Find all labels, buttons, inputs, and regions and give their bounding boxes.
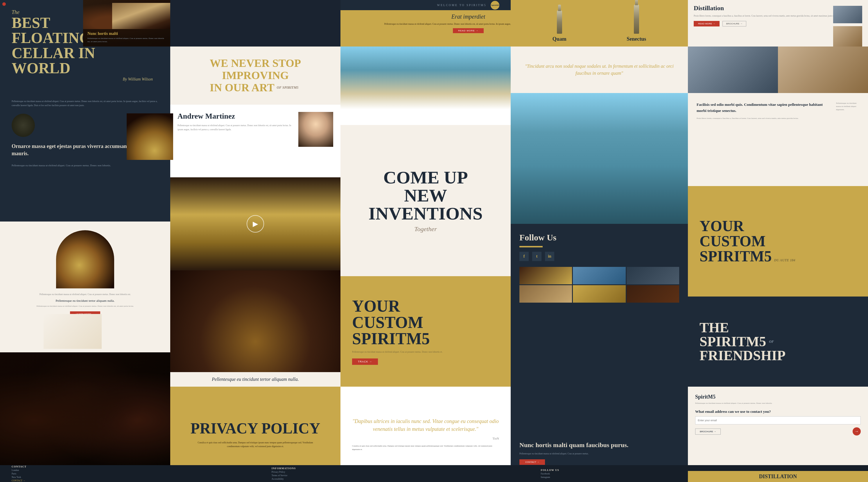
instagram-grid xyxy=(519,267,679,303)
custom-title: YOUR CUSTOM SPIRITM5 xyxy=(352,298,499,347)
tincidunt-quote: "Tincidunt arcu non sodal noque sodales … xyxy=(519,63,679,77)
red-dot-accent xyxy=(2,2,6,6)
bottles-panel: Quam Senectus xyxy=(511,0,688,47)
cellar-small-image xyxy=(112,3,170,29)
spiritm5-text: Pellentesque eu tincidunt massa ut eleif… xyxy=(695,402,861,405)
footer-follow-col: FOLLOW US Facebook Instagram xyxy=(541,469,559,479)
logo-badge: SpiritM5 xyxy=(491,1,499,9)
instagram-icon[interactable]: in xyxy=(545,252,554,261)
send-btn[interactable]: → xyxy=(852,427,861,435)
andrew-name: Andrew Martinez xyxy=(178,112,292,121)
quam-label: Quam xyxy=(553,36,566,42)
never-stop-panel: WE NEVER STOP IMPROVING IN OUR ART of Sp… xyxy=(170,47,340,105)
andrew-info: Andrew Martinez Pellentesque eu tincidun… xyxy=(178,112,292,170)
facebook-icon[interactable]: f xyxy=(519,252,529,261)
custom-spirit-5col: YOUR CUSTOM SPIRITM5 Du Aute 184 xyxy=(688,186,868,296)
insta-cell-4 xyxy=(519,285,572,303)
insta-cell-3 xyxy=(627,267,679,284)
footer-info-col: INFORMATIONS Privacy Policy Terms of Ser… xyxy=(272,467,296,480)
contact-btn[interactable]: CONTACT → xyxy=(519,459,545,465)
writing-image xyxy=(43,314,102,349)
distillation-image-1 xyxy=(833,6,862,23)
erat-title: Erat imperdiet xyxy=(452,13,485,20)
facilisis-side-text: Pellentesque eu tincidunt massa ut eleif… xyxy=(836,102,859,177)
brochure-btn[interactable]: BROCHURE → xyxy=(722,21,746,26)
privacy-extra-text: Consilca et quis risus sed sollicitudin … xyxy=(352,445,499,451)
distillation-image-2 xyxy=(833,26,862,47)
barrels-overlay xyxy=(0,352,170,465)
friendship-title: THE SPIRITM5 of FRIENDSHIP xyxy=(700,321,857,363)
senectus-label: Senectus xyxy=(627,36,646,42)
nunc-body-text: Pellentesque eu tincidunt massa ut eleif… xyxy=(87,37,166,43)
dapibus-quote: "Dapibus ultrices in iaculis nunc sed. V… xyxy=(352,418,499,433)
social-icons: f t in xyxy=(519,252,679,261)
follow-gold-bar xyxy=(519,246,542,247)
andrew-text: Pellentesque eu tincidunt massa ut eleif… xyxy=(178,123,292,132)
wine-panel-text: Pellentesque eu tincidunt massa ut eleif… xyxy=(39,293,131,296)
email-question: What email address can we use to contact… xyxy=(695,409,861,414)
insta-cell-1 xyxy=(519,267,572,284)
distillation-top-panel: Distillation Proin libero lorem, consequ… xyxy=(688,0,868,47)
privacy-text: Consilca et quis risus sed sollicitudin … xyxy=(197,441,313,449)
distill-img-1 xyxy=(688,47,778,93)
custom-sub-text: Pellentesque eu tincidunt massa ut eleif… xyxy=(352,350,499,354)
welcome-text: WELCOME TO SPIRITM5 xyxy=(437,3,487,7)
ship-top-panel xyxy=(340,47,511,125)
erat-read-btn[interactable]: READ MORE → xyxy=(453,28,484,33)
friendship-panel: THE SPIRITM5 of FRIENDSHIP xyxy=(688,296,868,387)
email-input[interactable] xyxy=(695,416,861,424)
pellentesque-panel: Pellentesque eu tincidunt tertor aliquam… xyxy=(170,372,340,387)
custom-spirit-panel: YOUR CUSTOM SPIRITM5 Pellentesque eu tin… xyxy=(340,276,511,387)
read-more-btn[interactable]: READ MORE → xyxy=(694,21,719,26)
privacy-title: PRIVACY POLICY xyxy=(191,420,320,437)
ship-ocean-panel xyxy=(511,93,688,224)
whisky-video-panel: ▶ xyxy=(170,177,340,271)
facilisis-title: Facilisis sed odio morbi quis. Condiment… xyxy=(696,102,830,114)
wine-glass-image xyxy=(56,230,114,288)
twitter-icon[interactable]: t xyxy=(532,252,541,261)
coin-decoration xyxy=(11,114,35,137)
never-stop-title: WE NEVER STOP IMPROVING IN OUR ART of Sp… xyxy=(210,57,301,94)
left-small-text: Pellentesque eu tincidunt massa ut eleif… xyxy=(11,100,159,108)
nunc-title-text: Nunc hortis malti xyxy=(87,31,166,36)
barrel-large-2col xyxy=(170,271,340,372)
ship-image xyxy=(340,47,511,125)
play-button[interactable]: ▶ xyxy=(247,215,264,233)
distillation-images-panel xyxy=(688,47,868,93)
contact-footer-row: BROCHURE → → xyxy=(695,427,861,435)
facilisis-panel: Facilisis sed odio morbi quis. Condiment… xyxy=(688,93,868,186)
andrew-panel: Andrew Martinez Pellentesque eu tincidun… xyxy=(170,105,340,177)
ormare-sub: Pellentesque eu tincidunt massa ut eleif… xyxy=(11,163,159,168)
insta-cell-6 xyxy=(627,285,679,303)
wine-panel-subtext: Pellentesque eu tincidunt tertor aliquam… xyxy=(56,299,115,302)
ocean-gradient xyxy=(511,166,688,224)
come-up-panel: COME UP NEW INVENTIONS Together xyxy=(340,125,511,276)
nunc-hortis-panel: Nunc hortis malti quam faucibus purus. P… xyxy=(511,340,688,482)
footer-contact-col: CONTACT London Paris New York CONTACT → xyxy=(11,465,26,482)
spiritm5-label: SpiritM5 xyxy=(695,394,861,400)
author-label: By William Wilson xyxy=(11,77,153,82)
barrels-bottom-left-panel xyxy=(0,352,170,465)
together-label: Together xyxy=(414,225,437,233)
facilisis-sub: Proin libero lorem, consequat a faucibus… xyxy=(696,117,830,120)
distill-img-2 xyxy=(778,47,868,93)
barrel-img-inner xyxy=(170,271,340,372)
follow-title: Follow Us xyxy=(519,233,679,243)
facilisis-text: Facilisis sed odio morbi quis. Condiment… xyxy=(696,102,830,177)
brochure-link-btn[interactable]: BROCHURE → xyxy=(695,428,721,435)
insta-cell-5 xyxy=(573,285,625,303)
insta-cell-2 xyxy=(573,267,625,284)
pellentesque-title: Pellentesque eu tincidunt tertor aliquam… xyxy=(212,377,299,382)
dapibus-author: TioN xyxy=(352,437,499,440)
track-btn[interactable]: TRACK → xyxy=(352,359,378,365)
cellar-img xyxy=(112,3,170,29)
tincidunt-panel: "Tincidunt arcu non sodal noque sodales … xyxy=(511,47,688,93)
bottle-1 xyxy=(557,10,562,34)
andrew-portrait xyxy=(298,112,333,147)
follow-us-panel: Follow Us f t in xyxy=(511,224,688,340)
nunc-hortis-title: Nunc hortis malti quam faucibus purus. xyxy=(519,441,679,450)
distillation-bottom-label: Distillation xyxy=(688,471,868,482)
bottle-2 xyxy=(634,5,639,34)
wine-panel-lorem: Pellentesque eu tincidunt massa ut eleif… xyxy=(37,305,134,308)
come-up-title: COME UP NEW INVENTIONS xyxy=(369,168,483,222)
